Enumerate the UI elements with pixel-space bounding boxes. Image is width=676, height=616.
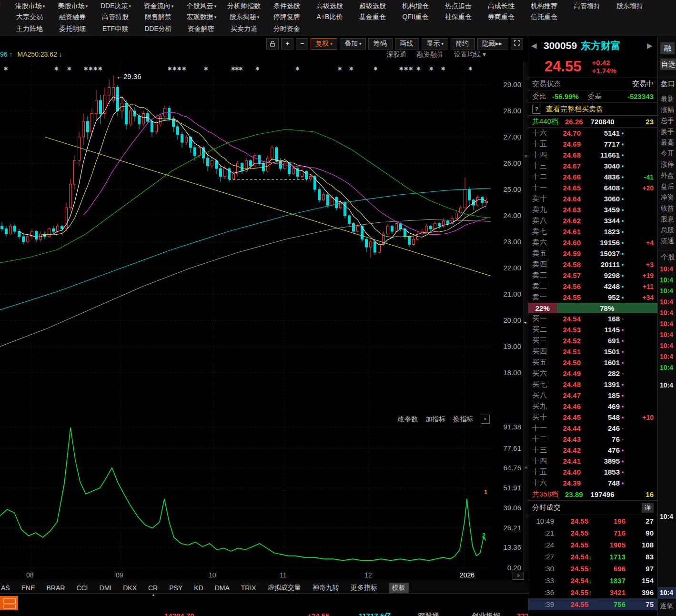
sell-level-row[interactable]: 卖十 24.64 3060 ● <box>528 193 657 204</box>
tape-row[interactable]: :24 24.55 1905 108 <box>528 539 657 551</box>
sell-level-row[interactable]: 卖一 24.55 952 ● +34 <box>528 292 657 303</box>
buy-level-row[interactable]: 买二 24.53 1145 ● <box>528 324 657 335</box>
add-indicator-button[interactable]: 加指标 <box>425 415 445 424</box>
buy-level-row[interactable]: 买六 24.49 282 ● <box>528 368 657 379</box>
change-params-button[interactable]: 改参数 <box>398 415 418 424</box>
close-icon[interactable]: × <box>481 415 490 424</box>
indicator-tab[interactable]: CCI <box>76 584 88 592</box>
toolbar-button[interactable]: 复权▾ <box>311 38 337 50</box>
sell-level-row[interactable]: 十一 24.65 6408 ● +20 <box>528 182 657 193</box>
expand-panel-icon[interactable]: » <box>513 572 524 580</box>
indicator-tab[interactable]: 神奇九转 <box>313 584 339 592</box>
scroll-grip[interactable]: ▤ <box>525 155 527 160</box>
buy-level-row[interactable]: 买一 24.54 168 ● <box>528 313 657 324</box>
indicator-tab[interactable]: 更多指标 <box>351 584 377 592</box>
menu-item[interactable]: 委托明细 <box>51 23 94 34</box>
buy-level-row[interactable]: 十四 24.41 3895 ● <box>528 456 657 467</box>
buy-level-row[interactable]: 买十 24.45 548 ● +10 <box>528 412 657 423</box>
sell-level-row[interactable]: 卖九 24.63 3459 ● <box>528 204 657 215</box>
link-margin[interactable]: 融资融券 <box>417 50 444 59</box>
indicator-tab[interactable]: TRIX <box>241 584 256 592</box>
menu-item[interactable]: 分时资金 <box>266 23 309 34</box>
toolbar-button[interactable]: 叠加▾ <box>340 38 366 50</box>
menu-item[interactable]: 个股风云▾ <box>180 0 223 11</box>
buy-level-row[interactable]: 十一 24.44 246 ● <box>528 423 657 434</box>
toolbar-button[interactable]: 隐藏▸▸ <box>477 38 508 50</box>
menu-item[interactable]: ETF申赎 <box>94 23 137 34</box>
menu-item[interactable]: 主力阵地 <box>9 23 51 34</box>
tape-row[interactable]: :33 24.54 ↓ 1837 154 <box>528 575 657 586</box>
menu-item[interactable]: 美股市场▾ <box>51 0 94 11</box>
tape-row[interactable]: :30 24.55 ↑ 696 97 <box>528 563 657 575</box>
margin-badge[interactable]: 融 <box>660 42 675 54</box>
menu-item[interactable]: 大宗交易 <box>9 11 51 22</box>
scroll-handle-icon[interactable]: ◂ <box>524 319 528 326</box>
indicator-tab[interactable]: 模板 <box>389 583 409 593</box>
menu-item[interactable]: 券商重仓 <box>480 11 523 22</box>
zoom-out-button[interactable]: − <box>296 38 308 50</box>
menu-item[interactable]: 高级选股 <box>309 0 352 11</box>
sell-level-row[interactable]: 卖八 24.62 3344 ● <box>528 215 657 226</box>
tape-row[interactable]: :36 24.55 ↑ 3421 396 <box>528 586 657 598</box>
menu-item[interactable]: 分析师指数 <box>223 0 266 11</box>
help-icon[interactable]: ? <box>532 105 541 114</box>
menu-item[interactable]: 股东增持 <box>609 0 652 11</box>
buy-level-row[interactable]: 十二 24.43 76 ● <box>528 434 657 445</box>
tape-row[interactable]: 10:49 24.55 196 27 <box>528 515 657 527</box>
buy-level-row[interactable]: 买五 24.50 1601 ● <box>528 357 657 368</box>
indicator-tab[interactable]: DMA <box>215 584 230 592</box>
sell-level-row[interactable]: 卖五 24.59 15037 ● <box>528 248 657 259</box>
menu-item[interactable]: 宏观数据▾ <box>180 11 223 22</box>
menu-item[interactable]: 机构增仓 <box>394 0 437 11</box>
toolbar-button[interactable]: 筹码 <box>368 38 393 50</box>
sell-level-row[interactable]: 十六 24.70 5141 ● <box>528 128 657 139</box>
buy-level-row[interactable]: 买七 24.48 1391 ● <box>528 379 657 390</box>
watchlist-button[interactable]: 自选 <box>660 59 676 70</box>
buy-level-row[interactable]: 买八 24.47 185 ● <box>528 390 657 401</box>
buy-level-row[interactable]: 十五 24.40 1853 ● <box>528 467 657 477</box>
menu-item[interactable]: 条件选股 <box>266 0 309 11</box>
indicator-chart[interactable]: 91.3877.6164.7651.9139.0626.2113.360.201… <box>0 412 528 571</box>
tape-row[interactable]: :39 24.55 756 75 <box>528 598 657 610</box>
buy-level-row[interactable]: 十六 24.39 748 ● <box>528 477 657 488</box>
toolbar-button[interactable]: 画线 <box>395 38 419 50</box>
indicator-tab[interactable]: BRAR <box>46 584 65 592</box>
indicator-tab[interactable]: DMI <box>100 584 112 592</box>
menu-item[interactable]: 融资融券 <box>51 11 94 22</box>
indicator-tab[interactable]: ENE <box>21 584 35 592</box>
tab-order-book[interactable]: 盘口 <box>661 79 675 89</box>
menu-item[interactable]: 超级选股 <box>352 0 394 11</box>
menu-item[interactable]: QFII重仓 <box>394 11 437 22</box>
tape-detail-button[interactable]: 详 <box>642 503 654 513</box>
lock-icon[interactable] <box>266 38 279 50</box>
switch-indicator-button[interactable]: 换指标 <box>453 415 473 424</box>
menu-item[interactable]: 高管增持 <box>566 0 609 11</box>
sell-level-row[interactable]: 卖三 24.57 9298 ● +19 <box>528 270 657 281</box>
menu-item[interactable]: 高成长性 <box>480 0 523 11</box>
menu-item[interactable]: DDE分析 <box>137 23 180 34</box>
buy-level-row[interactable]: 十三 24.42 476 ● <box>528 445 657 456</box>
kline-chart[interactable]: 29.0028.0027.0026.0025.0024.0023.0022.00… <box>0 62 528 412</box>
toolbar-button[interactable]: 简约 <box>451 38 475 50</box>
menu-item[interactable]: 基金重仓 <box>352 11 394 22</box>
indicator-tab[interactable]: 虚拟成交量 <box>268 584 301 592</box>
indicator-tab[interactable]: PSY <box>169 584 182 592</box>
menu-item[interactable]: 港股市场▾ <box>9 0 51 11</box>
menu-item[interactable]: 限售解禁 <box>137 11 180 22</box>
buy-level-row[interactable]: 买三 24.52 691 ● <box>528 335 657 346</box>
menu-item[interactable]: A+B比价 <box>309 11 352 22</box>
sell-level-row[interactable]: 卖四 24.58 20111 ● +3 <box>528 259 657 270</box>
sell-level-row[interactable]: 卖六 24.60 19156 ● +4 <box>528 237 657 248</box>
menu-item[interactable]: 高管持股 <box>94 11 137 22</box>
menu-item[interactable]: 停牌复牌 <box>266 11 309 22</box>
zoom-in-button[interactable]: + <box>281 38 293 50</box>
sell-level-row[interactable]: 十五 24.69 7717 ● <box>528 139 657 149</box>
quick-panel-badge[interactable] <box>0 596 18 610</box>
next-stock-icon[interactable]: ▶ <box>647 41 655 50</box>
menu-item[interactable]: 买卖力道 <box>223 23 266 34</box>
menu-item[interactable]: 热点追击 <box>437 0 480 11</box>
toolbar-button[interactable]: 显示▾ <box>422 38 448 50</box>
fullscreen-icon[interactable] <box>511 38 523 50</box>
buy-level-row[interactable]: 买四 24.51 1501 ● <box>528 346 657 357</box>
menu-item[interactable]: 资金流向▾ <box>137 0 180 11</box>
